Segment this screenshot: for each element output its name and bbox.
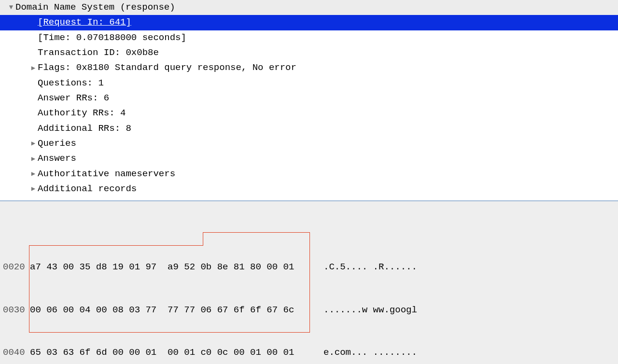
hex-dump-pane[interactable]: 0020 a7 43 00 35 d8 19 01 97 a9 52 0b 8e…: [0, 200, 618, 364]
hex-ascii: .......w ww.googl: [310, 303, 417, 317]
answers-label: Answers: [38, 151, 76, 166]
additional-rrs-label: Additional RRs: 8: [38, 121, 131, 136]
toggle-spacer: [29, 78, 38, 89]
dns-header-label: Domain Name System (response): [15, 0, 175, 15]
additional-rrs-row[interactable]: Additional RRs: 8: [0, 121, 618, 136]
flags-label: Flags: 0x8180 Standard query response, N…: [38, 60, 296, 75]
chevron-right-icon[interactable]: ▶: [29, 183, 38, 195]
time-label: [Time: 0.070188000 seconds]: [38, 30, 186, 45]
hex-selection-highlight: [203, 232, 310, 246]
chevron-right-icon[interactable]: ▶: [29, 168, 38, 180]
authoritative-ns-label: Authoritative nameservers: [38, 167, 175, 182]
toggle-spacer: [29, 93, 38, 104]
request-in-link[interactable]: [Request In: 641]: [38, 15, 131, 30]
dns-protocol-row[interactable]: ▼ Domain Name System (response): [0, 0, 618, 15]
authoritative-ns-row[interactable]: ▶ Authoritative nameservers: [0, 167, 618, 182]
hex-bytes[interactable]: a7 43 00 35 d8 19 01 97 a9 52 0b 8e 81 8…: [30, 260, 310, 274]
answer-rrs-row[interactable]: Answer RRs: 6: [0, 91, 618, 106]
packet-details-tree: ▼ Domain Name System (response) [Request…: [0, 0, 618, 200]
chevron-down-icon[interactable]: ▼: [7, 2, 15, 13]
hex-row[interactable]: 0030 00 06 00 04 00 08 03 77 77 77 06 67…: [3, 303, 615, 317]
questions-row[interactable]: Questions: 1: [0, 76, 618, 91]
authority-rrs-row[interactable]: Authority RRs: 4: [0, 106, 618, 121]
hex-offset: 0040: [3, 346, 30, 360]
hex-row[interactable]: 0040 65 03 63 6f 6d 00 00 01 00 01 c0 0c…: [3, 346, 615, 360]
chevron-right-icon[interactable]: ▶: [29, 138, 38, 149]
flags-row[interactable]: ▶ Flags: 0x8180 Standard query response,…: [0, 60, 618, 75]
toggle-spacer: [29, 108, 38, 119]
hex-bytes[interactable]: 00 06 00 04 00 08 03 77 77 77 06 67 6f 6…: [30, 303, 310, 317]
toggle-spacer: [29, 17, 38, 28]
hex-ascii: e.com... ........: [310, 346, 417, 360]
hex-offset: 0030: [3, 303, 30, 317]
transaction-id-label: Transaction ID: 0x0b8e: [38, 45, 159, 60]
request-in-row[interactable]: [Request In: 641]: [0, 15, 618, 30]
hex-row[interactable]: 0020 a7 43 00 35 d8 19 01 97 a9 52 0b 8e…: [3, 260, 615, 274]
toggle-spacer: [29, 32, 38, 43]
authority-rrs-label: Authority RRs: 4: [38, 106, 126, 121]
hex-bytes[interactable]: 65 03 63 6f 6d 00 00 01 00 01 c0 0c 00 0…: [30, 346, 310, 360]
answers-row[interactable]: ▶ Answers: [0, 151, 618, 166]
chevron-right-icon[interactable]: ▶: [29, 154, 38, 165]
additional-records-label: Additional records: [38, 182, 137, 196]
answer-rrs-label: Answer RRs: 6: [38, 91, 109, 106]
queries-label: Queries: [38, 136, 76, 151]
transaction-id-row[interactable]: Transaction ID: 0x0b8e: [0, 45, 618, 60]
questions-label: Questions: 1: [38, 76, 104, 91]
hex-selection-highlight: [29, 245, 203, 246]
hex-offset: 0020: [3, 260, 30, 274]
queries-row[interactable]: ▶ Queries: [0, 136, 618, 151]
hex-ascii: .C.5.... .R......: [310, 260, 417, 274]
toggle-spacer: [29, 47, 38, 58]
time-row[interactable]: [Time: 0.070188000 seconds]: [0, 30, 618, 45]
additional-records-row[interactable]: ▶ Additional records: [0, 182, 618, 196]
hex-selection-highlight: [29, 246, 310, 333]
toggle-spacer: [29, 123, 38, 134]
chevron-right-icon[interactable]: ▶: [29, 63, 38, 74]
